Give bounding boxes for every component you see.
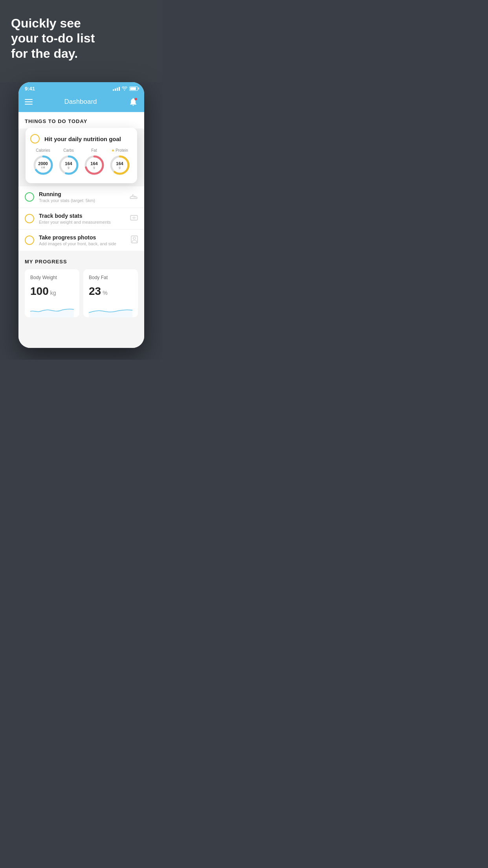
wifi-icon: [122, 86, 127, 91]
running-subtitle: Track your stats (target: 5km): [39, 198, 125, 203]
body-stats-title: Track body stats: [39, 213, 125, 219]
battery-icon: [129, 86, 138, 91]
things-to-do-header: THINGS TO DO TODAY: [18, 112, 144, 129]
body-weight-value-row: 100 kg: [30, 285, 74, 298]
macro-carbs: Carbs 164 g: [58, 148, 80, 176]
background-section: Quickly see your to-do list for the day.: [0, 0, 163, 82]
progress-cards: Body Weight 100 kg: [25, 269, 138, 317]
nutrition-task-row: Hit your daily nutrition goal: [30, 134, 132, 143]
macro-carbs-ring: 164 g: [58, 154, 80, 176]
running-circle-check: [25, 192, 34, 202]
body-fat-value: 23: [89, 285, 101, 298]
macro-calories-ring: 2000 cal: [32, 154, 54, 176]
macros-row: Calories 2000 cal: [30, 148, 132, 176]
body-fat-chart: [89, 302, 132, 317]
body-weight-value: 100: [30, 285, 49, 298]
macro-fat-label: Fat: [91, 148, 97, 153]
page-wrapper: Quickly see your to-do list for the day.…: [0, 0, 163, 360]
body-weight-unit: kg: [50, 290, 56, 296]
status-icons: [113, 86, 138, 91]
todo-list: Running Track your stats (target: 5km): [18, 186, 144, 251]
nutrition-card: Hit your daily nutrition goal Calories: [26, 128, 137, 183]
status-time: 9:41: [25, 86, 35, 92]
macro-protein-ring: 164 g: [109, 154, 131, 176]
headline-line1: Quickly see: [11, 16, 81, 30]
photos-circle-check: [25, 235, 34, 245]
running-title: Running: [39, 191, 125, 197]
progress-card-weight[interactable]: Body Weight 100 kg: [25, 269, 79, 317]
nutrition-circle-check[interactable]: [30, 134, 40, 143]
things-to-do-title: THINGS TO DO TODAY: [25, 118, 87, 124]
macro-protein-label: ★ Protein: [111, 148, 128, 153]
body-stats-subtitle: Enter your weight and measurements: [39, 220, 125, 224]
headline-line3: for the day.: [11, 46, 78, 61]
notification-bell-button[interactable]: [128, 97, 138, 107]
app-header: Dashboard: [18, 93, 144, 112]
todo-item-photos[interactable]: Take progress photos Add images of your …: [18, 230, 144, 251]
headline-line2: your to-do list: [11, 31, 95, 45]
star-icon: ★: [111, 148, 115, 153]
phone-content: THINGS TO DO TODAY Hit your daily nutrit…: [18, 112, 144, 348]
svg-point-10: [133, 237, 136, 239]
body-weight-chart: [30, 302, 74, 317]
body-fat-title: Body Fat: [89, 275, 132, 280]
status-bar: 9:41: [18, 82, 144, 93]
phone-shell: 9:41: [18, 82, 144, 348]
body-fat-value-row: 23 %: [89, 285, 132, 298]
progress-card-fat[interactable]: Body Fat 23 %: [83, 269, 138, 317]
shoe-icon: [129, 193, 138, 201]
photos-title: Take progress photos: [39, 234, 126, 241]
body-weight-title: Body Weight: [30, 275, 74, 280]
macro-fat: Fat 164 g: [83, 148, 105, 176]
body-stats-circle-check: [25, 214, 34, 223]
macro-calories-label: Calories: [36, 148, 50, 153]
macro-calories: Calories 2000 cal: [32, 148, 54, 176]
person-icon: [131, 235, 138, 245]
todo-item-running[interactable]: Running Track your stats (target: 5km): [18, 186, 144, 208]
nutrition-task-label: Hit your daily nutrition goal: [44, 136, 121, 142]
macro-protein: ★ Protein 164 g: [109, 148, 131, 176]
macro-carbs-label: Carbs: [63, 148, 74, 153]
macro-fat-ring: 164 g: [83, 154, 105, 176]
header-title: Dashboard: [64, 98, 97, 106]
progress-section: MY PROGRESS Body Weight 100 kg: [18, 251, 144, 317]
progress-section-title: MY PROGRESS: [25, 259, 138, 265]
signal-icon: [113, 86, 120, 91]
menu-button[interactable]: [25, 99, 33, 105]
todo-item-body-stats[interactable]: Track body stats Enter your weight and m…: [18, 208, 144, 230]
phone-container: 9:41: [0, 82, 163, 348]
photos-subtitle: Add images of your front, back, and side: [39, 241, 126, 246]
headline-text: Quickly see your to-do list for the day.: [11, 16, 152, 61]
scale-icon: [130, 214, 138, 223]
body-fat-unit: %: [103, 290, 107, 296]
